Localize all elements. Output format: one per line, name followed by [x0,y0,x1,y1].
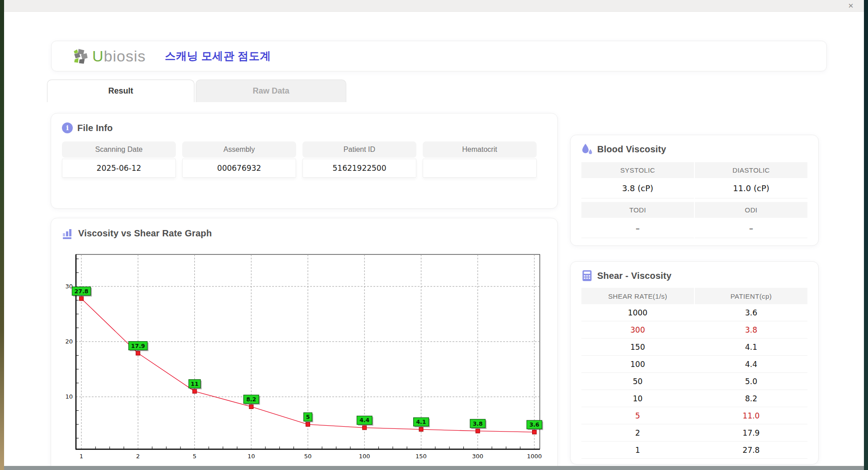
shear-table-row: 217.9 [581,424,807,442]
svg-text:8.2: 8.2 [246,396,256,403]
logo: Ubiosis [72,47,146,65]
shear-table-row: 505.0 [581,373,807,390]
file-info-field-label: Hematocrit [423,141,537,158]
droplets-icon [581,143,593,155]
svg-text:5: 5 [193,453,196,460]
svg-text:11: 11 [191,381,198,387]
svg-text:50: 50 [304,453,312,460]
file-info-field-2: Patient ID51621922500 [302,141,416,178]
calculator-icon [581,270,593,282]
graph-title: Viscosity vs Shear Rate Graph [78,228,212,239]
shear-table-cell: 27.8 [695,442,807,458]
shear-table-cell: 17.9 [695,424,807,441]
bv-value-row-2-cell: – [581,218,694,238]
app-title: 스캐닝 모세관 점도계 [165,49,271,63]
shear-table-cell: 50 [581,373,694,390]
shear-table-row: 108.2 [581,390,807,407]
shear-table-cell: 3.6 [695,304,807,321]
svg-text:1000: 1000 [527,453,542,460]
file-info-title: File Info [77,123,113,133]
bv-header-row-cell: SYSTOLIC [581,162,694,178]
tab-raw-data[interactable]: Raw Data [196,80,346,102]
shear-table-cell: 4.4 [695,356,807,372]
shear-table-row: 127.8 [581,442,807,459]
file-info-field-value: 2025-06-12 [62,159,176,178]
chart-canvas: 1020301251050100150300100027.817.9118.25… [63,252,545,462]
shear-viscosity-title: Shear - Viscosity [597,271,671,281]
shear-viscosity-card: Shear - Viscosity SHEAR RATE(1/s)PATIENT… [570,261,819,465]
svg-text:300: 300 [472,453,483,460]
info-icon: i [62,122,73,133]
shear-table-cell: 1000 [581,304,694,321]
shear-table-column-header: SHEAR RATE(1/s) [581,288,694,304]
file-info-field-label: Patient ID [302,141,416,158]
shear-table-column-header: PATIENT(cp) [695,288,807,304]
window-bottom-frame [4,466,864,470]
blood-viscosity-table: SYSTOLICDIASTOLIC3.8 (cP)11.0 (cP)TODIOD… [581,162,807,238]
svg-text:2: 2 [136,453,140,460]
svg-text:1: 1 [80,453,83,460]
file-info-grid: Scanning Date2025-06-12Assembly000676932… [62,141,547,178]
shear-table-row: 1504.1 [581,338,807,356]
bv-header-row-2-cell: TODI [581,202,694,218]
logo-text: Ubiosis [92,47,146,65]
viscosity-chart: 1020301251050100150300100027.817.9118.25… [63,252,545,462]
file-info-field-3: Hematocrit [423,141,537,178]
shear-table-row: 511.0 [581,407,807,424]
shear-table-cell: 100 [581,356,694,372]
shear-table-row: 10003.6 [581,304,807,321]
svg-text:3.6: 3.6 [529,421,539,428]
file-info-card: i File Info Scanning Date2025-06-12Assem… [51,113,558,209]
bv-header-row-2-cell: ODI [695,202,807,218]
svg-text:20: 20 [65,338,73,345]
file-info-field-0: Scanning Date2025-06-12 [62,141,176,178]
shear-table-cell: 11.0 [695,407,807,424]
svg-text:4.1: 4.1 [416,418,426,425]
svg-text:17.9: 17.9 [131,343,145,349]
shear-table-cell: 300 [581,321,694,338]
logo-text-rest: biosis [104,47,146,65]
svg-text:27.8: 27.8 [75,288,89,295]
shear-table-cell: 150 [581,338,694,355]
svg-text:3.8: 3.8 [473,420,483,427]
svg-text:10: 10 [65,393,73,400]
shear-viscosity-table: SHEAR RATE(1/s)PATIENT(cp)10003.63003.81… [581,288,807,459]
shear-table-cell: 5.0 [695,373,807,390]
file-info-field-value: 51621922500 [302,159,416,178]
shear-table-cell: 1 [581,442,694,458]
svg-text:10: 10 [247,453,255,460]
window-titlebar: ✕ [4,0,864,12]
shear-table-header: SHEAR RATE(1/s)PATIENT(cp) [581,288,807,304]
shear-table-cell: 2 [581,424,694,441]
desktop-wallpaper-right [864,0,868,470]
header-card: Ubiosis 스캐닝 모세관 점도계 [51,41,827,71]
file-info-field-value [423,159,537,178]
graph-card: Viscosity vs Shear Rate Graph 1020301251… [51,218,558,470]
svg-text:100: 100 [359,453,370,460]
desktop-wallpaper-left [0,0,4,470]
file-info-field-label: Scanning Date [62,141,176,158]
svg-text:30: 30 [65,283,73,290]
bv-value-row-2-cell: – [695,218,807,238]
tab-result-label: Result [108,86,133,96]
bv-value-row: 3.8 (cP)11.0 (cP) [581,178,807,198]
shear-table-cell: 3.8 [695,321,807,338]
close-icon[interactable]: ✕ [846,1,856,10]
file-info-field-label: Assembly [182,141,296,158]
bv-header-row: SYSTOLICDIASTOLIC [581,162,807,178]
tab-raw-data-label: Raw Data [253,86,289,96]
blood-viscosity-title: Blood Viscosity [597,144,666,155]
shear-table-cell: 4.1 [695,338,807,355]
svg-text:4.4: 4.4 [359,417,369,423]
svg-text:5: 5 [306,414,310,420]
file-info-field-1: Assembly000676932 [182,141,296,178]
bv-value-row-cell: 11.0 (cP) [695,178,807,198]
ubiosis-logo-icon [72,47,90,65]
shear-table-cell: 10 [581,390,694,407]
shear-table-row: 3003.8 [581,321,807,338]
tab-result[interactable]: Result [47,80,194,102]
shear-table-cell: 8.2 [695,390,807,407]
bv-value-row-2: –– [581,218,807,238]
blood-viscosity-card: Blood Viscosity SYSTOLICDIASTOLIC3.8 (cP… [570,135,819,246]
bv-value-row-cell: 3.8 (cP) [581,178,694,198]
